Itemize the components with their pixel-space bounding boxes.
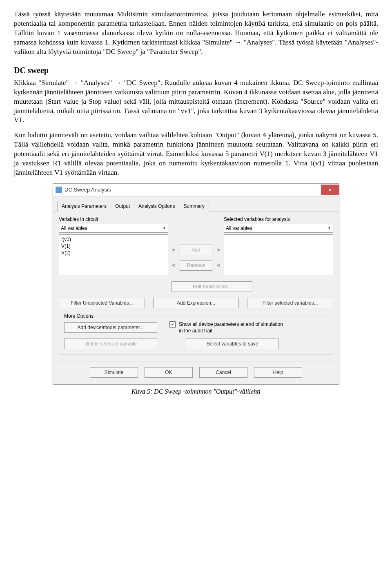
dc-sweep-paragraph-2: Kun haluttu jänniteväli on asetettu, voi… — [14, 131, 378, 178]
chevron-down-icon: ▼ — [163, 226, 166, 231]
more-options-group: More Options Add device/model parameter.… — [59, 316, 333, 354]
dc-sweep-paragraph-1: Klikkaa "Simulate" → "Analyses" → "DC Sw… — [14, 78, 378, 125]
tab-row: Analysis Parameters Output Analysis Opti… — [53, 196, 339, 212]
titlebar: DC Sweep Analysis × — [53, 184, 339, 196]
close-icon: × — [328, 186, 332, 194]
selected-listbox[interactable] — [224, 234, 333, 275]
select-value: All variables — [61, 225, 87, 232]
selected-variables-label: Selected variables for analysis — [224, 216, 333, 223]
select-variables-to-save-button[interactable]: Select variables to save — [186, 339, 279, 349]
intro-paragraph: Tässä työssä käytetään muutamaa Multisim… — [14, 10, 378, 57]
variables-label: Variables in circuit — [59, 216, 168, 223]
add-expression-button[interactable]: Add Expression... — [153, 298, 239, 308]
variables-listbox[interactable]: I(v1) V(1) V(2) — [59, 234, 168, 275]
add-button[interactable]: Add — [180, 245, 212, 255]
variables-filter-select[interactable]: All variables ▼ — [59, 224, 168, 233]
simulate-button[interactable]: Simulate — [90, 367, 138, 378]
filter-selected-button[interactable]: Filter selected variables... — [247, 298, 333, 308]
ok-button[interactable]: OK — [145, 367, 193, 378]
chevron-down-icon: ▼ — [327, 226, 331, 231]
show-parameters-checkbox[interactable] — [169, 321, 176, 327]
cancel-button[interactable]: Cancel — [199, 367, 247, 378]
help-button[interactable]: Help — [254, 367, 302, 378]
delete-selected-variable-button[interactable]: Delete selected variable — [64, 339, 157, 349]
show-parameters-label: Show all device parameters at end of sim… — [179, 321, 285, 334]
selected-filter-select[interactable]: All variables ▼ — [224, 224, 333, 233]
list-item[interactable]: V(2) — [61, 250, 166, 256]
angle-left-icon: < — [216, 262, 220, 269]
list-item[interactable]: V(1) — [61, 243, 166, 250]
angle-right-icon: > — [172, 246, 176, 254]
more-options-legend: More Options — [62, 313, 95, 319]
angle-left-icon: < — [172, 262, 176, 269]
tab-summary[interactable]: Summary — [179, 201, 209, 212]
angle-right-icon: > — [216, 246, 220, 254]
tab-output[interactable]: Output — [111, 201, 134, 212]
dc-sweep-heading: DC sweep — [14, 65, 378, 76]
filter-unselected-button[interactable]: Filter Unselected Variables... — [59, 298, 145, 308]
tab-analysis-options[interactable]: Analysis Options — [134, 201, 179, 212]
remove-button[interactable]: Remove — [180, 260, 212, 271]
list-item[interactable]: I(v1) — [61, 236, 166, 243]
select-value: All variables — [226, 225, 252, 232]
dc-sweep-dialog: DC Sweep Analysis × Analysis Parameters … — [53, 183, 339, 385]
app-icon — [56, 187, 62, 193]
tab-analysis-parameters[interactable]: Analysis Parameters — [57, 201, 111, 212]
add-device-parameter-button[interactable]: Add device/model parameter... — [64, 322, 157, 333]
close-button[interactable]: × — [321, 185, 339, 195]
figure-caption: Kuva 5: DC Sweep -toiminnon "Output"-väl… — [14, 387, 378, 396]
dialog-title: DC Sweep Analysis — [65, 186, 111, 194]
